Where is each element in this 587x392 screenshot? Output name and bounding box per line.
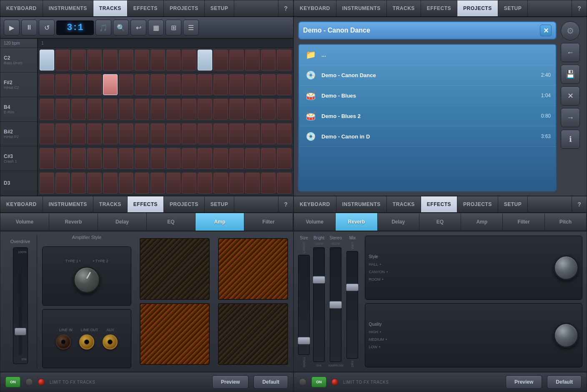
list-item-canon-d[interactable]: 💿 Demo - Canon in D 3:63 bbox=[299, 126, 556, 147]
overdrive-thumb[interactable] bbox=[15, 328, 26, 335]
track-cell[interactable] bbox=[55, 50, 70, 70]
list-item-parent[interactable]: 📁 ... bbox=[299, 45, 556, 65]
track-cell[interactable] bbox=[151, 50, 165, 70]
track-cell[interactable] bbox=[182, 50, 196, 70]
track-cell[interactable] bbox=[182, 173, 196, 193]
q3-nav-projects[interactable]: Projects bbox=[164, 196, 205, 212]
back-button[interactable]: ← bbox=[561, 43, 580, 62]
track-cell[interactable] bbox=[229, 99, 244, 120]
track-cell[interactable] bbox=[245, 50, 260, 70]
q2-nav-keyboard[interactable]: Keyboard bbox=[294, 0, 336, 16]
track-cell[interactable] bbox=[213, 50, 228, 70]
track-cell[interactable] bbox=[277, 173, 291, 193]
save-button[interactable]: 💾 bbox=[561, 65, 580, 84]
q4-nav-tracks[interactable]: Tracks bbox=[387, 196, 421, 212]
track-cell[interactable] bbox=[166, 50, 181, 70]
track-cell[interactable] bbox=[71, 74, 86, 95]
q4-on-toggle-button[interactable]: ON bbox=[311, 377, 326, 387]
track-cell[interactable] bbox=[277, 74, 291, 95]
stereo-slider[interactable] bbox=[330, 247, 341, 362]
q1-nav-keyboard[interactable]: KEYBOARD bbox=[0, 0, 43, 16]
q2-nav-projects[interactable]: Projects bbox=[457, 0, 498, 16]
quality-knob[interactable] bbox=[554, 323, 579, 348]
q4-nav-instruments[interactable]: Instruments bbox=[336, 196, 387, 212]
track-cell[interactable] bbox=[182, 148, 196, 169]
q2-nav-effects[interactable]: Effects bbox=[421, 0, 457, 16]
track-cell[interactable] bbox=[135, 50, 149, 70]
eff-tab-volume[interactable]: Volume bbox=[0, 213, 49, 231]
q2-nav-setup[interactable]: Setup bbox=[498, 0, 528, 16]
q4-preview-button[interactable]: Preview bbox=[506, 375, 542, 389]
q4-nav-effects[interactable]: Effects bbox=[421, 196, 457, 212]
track-cell[interactable] bbox=[229, 123, 244, 144]
track-cell[interactable] bbox=[71, 99, 86, 120]
bright-thumb[interactable] bbox=[313, 276, 325, 284]
track-cell[interactable] bbox=[229, 50, 244, 70]
track-cell[interactable] bbox=[103, 123, 118, 144]
q4-eff-tab-volume[interactable]: Volume bbox=[294, 213, 336, 231]
track-cell[interactable] bbox=[229, 173, 244, 193]
track-cell[interactable] bbox=[71, 50, 86, 70]
track-cell[interactable] bbox=[166, 99, 181, 120]
q4-default-button[interactable]: Default bbox=[547, 375, 582, 389]
track-cell[interactable] bbox=[40, 74, 54, 95]
track-cell[interactable] bbox=[151, 74, 165, 95]
track-cell[interactable] bbox=[245, 148, 260, 169]
track-cell[interactable] bbox=[87, 74, 102, 95]
track-cell[interactable] bbox=[166, 123, 181, 144]
q1-nav-instruments[interactable]: INSTRUMENTS bbox=[43, 0, 93, 16]
close-button[interactable]: ✕ bbox=[561, 86, 580, 106]
track-cell[interactable] bbox=[119, 173, 133, 193]
track-cell[interactable] bbox=[55, 74, 70, 95]
track-cell[interactable] bbox=[198, 123, 212, 144]
undo-button[interactable]: ↩ bbox=[130, 20, 146, 35]
default-button[interactable]: Default bbox=[253, 375, 288, 389]
track-cell[interactable] bbox=[40, 148, 54, 169]
search-input[interactable] bbox=[303, 27, 537, 34]
q4-eff-tab-filter[interactable]: Filter bbox=[503, 213, 544, 231]
track-cell[interactable] bbox=[40, 99, 54, 120]
track-cell[interactable] bbox=[166, 74, 181, 95]
track-cell[interactable] bbox=[261, 50, 276, 70]
q2-nav-help[interactable]: ? bbox=[572, 0, 587, 16]
toggle-indicator[interactable] bbox=[25, 378, 33, 386]
track-cell[interactable] bbox=[87, 123, 102, 144]
track-cell[interactable] bbox=[277, 50, 291, 70]
track-cell[interactable] bbox=[87, 99, 102, 120]
metronome-button[interactable]: 🎵 bbox=[95, 20, 111, 35]
track-cell[interactable] bbox=[182, 74, 196, 95]
q4-nav-projects[interactable]: Projects bbox=[457, 196, 498, 212]
q4-nav-keyboard[interactable]: Keyboard bbox=[294, 196, 336, 212]
q1-nav-projects[interactable]: PROJECTS bbox=[164, 0, 205, 16]
track-cell[interactable] bbox=[103, 173, 118, 193]
track-cell[interactable] bbox=[151, 148, 165, 169]
track-cell[interactable] bbox=[182, 99, 196, 120]
preview-button[interactable]: Preview bbox=[212, 375, 248, 389]
mix-thumb[interactable] bbox=[346, 284, 359, 291]
q3-nav-keyboard[interactable]: Keyboard bbox=[0, 196, 43, 212]
track-cell[interactable] bbox=[55, 148, 70, 169]
q1-nav-setup[interactable]: SETUP bbox=[205, 0, 235, 16]
zoom-button[interactable]: 🔍 bbox=[113, 20, 129, 35]
eff-tab-delay[interactable]: Delay bbox=[98, 213, 147, 231]
q3-nav-tracks[interactable]: Tracks bbox=[93, 196, 128, 212]
info-button[interactable]: ℹ bbox=[561, 130, 580, 149]
track-cell[interactable] bbox=[213, 99, 228, 120]
track-cell[interactable] bbox=[213, 74, 228, 95]
q2-nav-tracks[interactable]: Tracks bbox=[387, 0, 421, 16]
eff-tab-reverb[interactable]: Reverb bbox=[49, 213, 98, 231]
track-cell[interactable] bbox=[245, 123, 260, 144]
loop-button[interactable]: ↺ bbox=[39, 20, 55, 35]
list-item-canon-dance[interactable]: 💿 Demo - Canon Dance 2:40 bbox=[299, 65, 556, 85]
q4-nav-setup[interactable]: Setup bbox=[498, 196, 528, 212]
q3-nav-effects[interactable]: Effects bbox=[128, 196, 164, 212]
track-cell[interactable] bbox=[103, 99, 118, 120]
track-cell[interactable] bbox=[40, 173, 54, 193]
stereo-thumb[interactable] bbox=[329, 301, 342, 309]
mix-slider[interactable] bbox=[346, 251, 358, 359]
track-cell[interactable] bbox=[135, 173, 149, 193]
q4-eff-tab-pitch[interactable]: Pitch bbox=[545, 213, 587, 231]
grid-button[interactable]: ▦ bbox=[148, 20, 164, 35]
eff-tab-filter[interactable]: Filter bbox=[244, 213, 293, 231]
track-cell[interactable] bbox=[229, 148, 244, 169]
